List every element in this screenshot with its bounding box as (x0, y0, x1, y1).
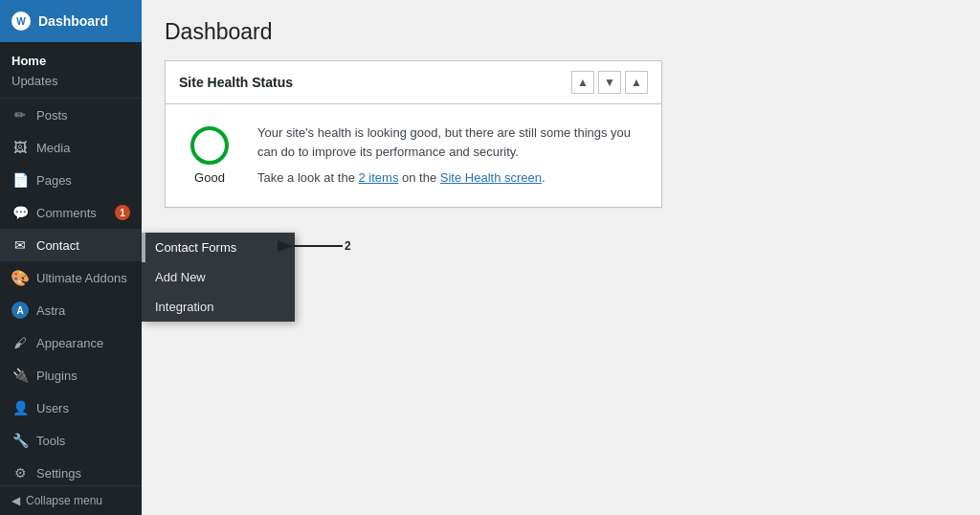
sidebar-item-astra[interactable]: A Astra (0, 294, 142, 326)
health-screen-link[interactable]: 2 items (359, 170, 399, 185)
widget-toggle-button[interactable]: ▲ (625, 71, 648, 94)
comments-badge: 1 (115, 205, 130, 220)
sidebar-item-label: Tools (36, 434, 65, 448)
sidebar-item-contact[interactable]: ✉ Contact (0, 229, 142, 261)
sidebar-item-plugins[interactable]: 🔌 Plugins (0, 359, 142, 392)
sidebar-item-posts[interactable]: ✏ Posts (0, 99, 142, 131)
contact-submenu: Contact Forms Add New Integration 2 (142, 233, 295, 322)
ultimate-addons-icon: 🎨 (11, 269, 29, 286)
widget-header: Site Health Status ▲ ▼ ▲ (166, 61, 661, 104)
sidebar-header: W Dashboard (0, 0, 142, 42)
health-indicator: Good (181, 126, 238, 185)
page-title: Dashboard (165, 19, 957, 45)
sidebar-item-ultimate-addons[interactable]: 🎨 Ultimate Addons (0, 261, 142, 294)
plugins-icon: 🔌 (11, 367, 29, 384)
sidebar-home-section: Home Updates (0, 42, 142, 99)
sidebar-dashboard-label: Dashboard (38, 13, 108, 29)
sidebar-item-media[interactable]: 🖼 Media (0, 131, 142, 164)
collapse-label: Collapse menu (26, 494, 102, 507)
sidebar-item-pages[interactable]: 📄 Pages (0, 164, 142, 196)
sidebar-item-label: Astra (36, 303, 65, 318)
widget-title: Site Health Status (179, 75, 293, 90)
sidebar-item-appearance[interactable]: 🖌 Appearance (0, 326, 142, 359)
sidebar-item-label: Settings (36, 466, 81, 481)
health-text-para2: Take a look at the 2 items on the Site H… (257, 168, 646, 188)
sidebar-item-label: Ultimate Addons (36, 271, 127, 285)
submenu-integration[interactable]: Integration (142, 292, 295, 322)
sidebar-item-users[interactable]: 👤 Users (0, 392, 142, 424)
health-status-label: Good (194, 170, 225, 185)
sidebar-item-label: Plugins (36, 369, 78, 383)
sidebar-bottom: ◀ Collapse menu (0, 485, 142, 515)
submenu-add-new[interactable]: Add New (142, 262, 295, 292)
sidebar: W Dashboard Home Updates ✏ Posts 🖼 Media… (0, 0, 142, 515)
sidebar-item-comments[interactable]: 💬 Comments 1 1 (0, 196, 142, 229)
sidebar-item-label: Contact (36, 238, 79, 253)
sidebar-home-link[interactable]: Home (0, 50, 142, 72)
widget-collapse-down-button[interactable]: ▼ (598, 71, 621, 94)
pages-icon: 📄 (11, 171, 29, 189)
widget-collapse-up-button[interactable]: ▲ (571, 71, 594, 94)
sidebar-item-label: Media (36, 141, 70, 155)
users-icon: 👤 (11, 399, 29, 416)
sidebar-item-settings[interactable]: ⚙ Settings (0, 457, 142, 485)
appearance-icon: 🖌 (11, 334, 29, 351)
wp-logo-icon: W (11, 11, 31, 31)
sidebar-item-label: Appearance (36, 336, 103, 350)
sidebar-item-label: Comments (36, 206, 97, 220)
collapse-icon: ◀ (11, 494, 20, 507)
health-circle-icon (190, 126, 229, 165)
sidebar-item-label: Users (36, 401, 69, 415)
sidebar-item-tools[interactable]: 🔧 Tools (0, 424, 142, 457)
health-description: Your site's health is looking good, but … (257, 123, 646, 188)
sidebar-item-label: Pages (36, 173, 72, 188)
collapse-menu-button[interactable]: ◀ Collapse menu (11, 494, 130, 507)
sidebar-nav: ✏ Posts 🖼 Media 📄 Pages 💬 Comments 1 (0, 99, 142, 485)
settings-icon: ⚙ (11, 464, 29, 481)
posts-icon: ✏ (11, 106, 29, 123)
submenu-contact-forms[interactable]: Contact Forms (142, 233, 295, 262)
site-health-widget: Site Health Status ▲ ▼ ▲ Good Your site'… (165, 60, 662, 208)
sidebar-item-label: Posts (36, 108, 68, 123)
astra-icon: A (11, 302, 29, 319)
contact-icon: ✉ (11, 236, 29, 254)
health-text-para1: Your site's health is looking good, but … (257, 123, 646, 161)
comments-icon: 💬 (11, 204, 29, 221)
health-screen-link-2[interactable]: Site Health screen (440, 170, 542, 185)
tools-icon: 🔧 (11, 432, 29, 449)
widget-controls: ▲ ▼ ▲ (571, 71, 648, 94)
media-icon: 🖼 (11, 139, 29, 156)
widget-body: Good Your site's health is looking good,… (166, 104, 661, 207)
sidebar-updates-link[interactable]: Updates (0, 72, 142, 94)
